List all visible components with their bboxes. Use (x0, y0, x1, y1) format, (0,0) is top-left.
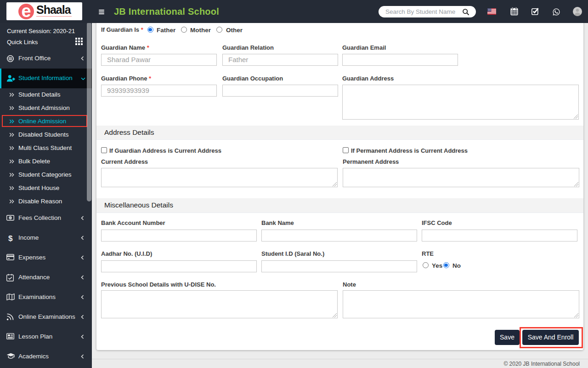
svg-text:$: $ (8, 234, 13, 242)
